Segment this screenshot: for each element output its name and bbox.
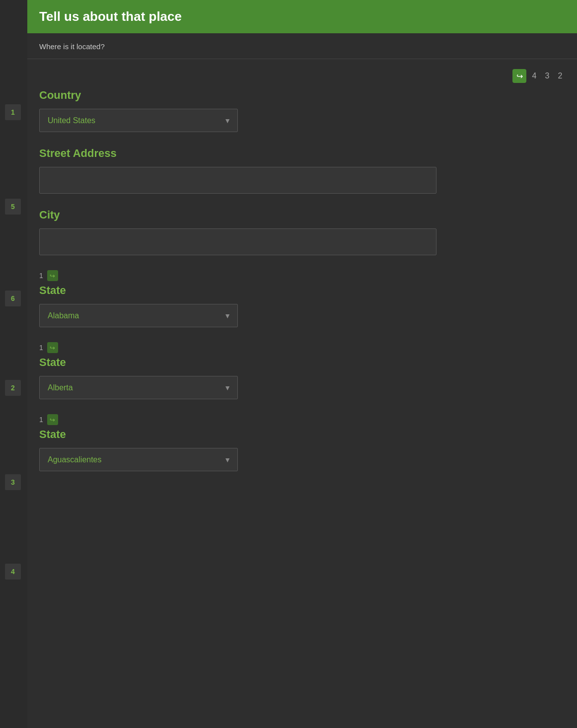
country-label: Country [39, 89, 565, 102]
state2-sub-icon: ↪ [47, 342, 58, 353]
sidebar-badge-1: 1 [5, 104, 21, 120]
state3-label: State [39, 428, 565, 441]
state1-field-section: 1 ↪ State Alabama Alaska Arizona ▼ [39, 270, 565, 327]
country-select[interactable]: United States Canada Mexico [39, 109, 238, 132]
street-address-label: Street Address [39, 147, 565, 160]
state2-sub-num: 1 [39, 344, 43, 352]
pagination-icon: ↪ [512, 69, 526, 83]
state1-select[interactable]: Alabama Alaska Arizona [39, 304, 238, 327]
country-field-section: Country United States Canada Mexico ▼ [39, 89, 565, 132]
state1-label: State [39, 284, 565, 297]
state2-badge-row: 1 ↪ [39, 342, 565, 353]
state2-select[interactable]: Alberta British Columbia Manitoba [39, 376, 238, 399]
country-select-wrapper: United States Canada Mexico ▼ [39, 109, 238, 132]
sidebar-badge-6: 6 [5, 291, 21, 306]
form-area: ↪ 4 3 2 Country United States Canada Mex… [27, 59, 577, 496]
page-num-2[interactable]: 2 [555, 72, 565, 80]
page-num-3[interactable]: 3 [542, 72, 552, 80]
subtitle-bar: Where is it located? [27, 33, 577, 59]
state1-sub-icon: ↪ [47, 270, 58, 281]
state1-badge-row: 1 ↪ [39, 270, 565, 281]
state2-label: State [39, 356, 565, 369]
state3-badge-row: 1 ↪ [39, 414, 565, 425]
pagination-row: ↪ 4 3 2 [39, 69, 565, 83]
state1-sub-num: 1 [39, 272, 43, 280]
state3-sub-num: 1 [39, 416, 43, 424]
state3-select-wrapper: Aguascalientes Baja California Chihuahua… [39, 448, 238, 471]
sidebar-badge-4: 4 [5, 564, 21, 580]
state3-sub-icon: ↪ [47, 414, 58, 425]
main-content: Tell us about that place Where is it loc… [27, 0, 577, 728]
subtitle-text: Where is it located? [39, 42, 565, 51]
street-address-input[interactable] [39, 167, 436, 194]
state3-field-section: 1 ↪ State Aguascalientes Baja California… [39, 414, 565, 471]
sidebar-badge-3: 3 [5, 474, 21, 490]
city-input[interactable] [39, 228, 436, 255]
city-field-section: City [39, 209, 565, 255]
street-address-field-section: Street Address [39, 147, 565, 194]
state2-field-section: 1 ↪ State Alberta British Columbia Manit… [39, 342, 565, 399]
sidebar: 1 5 6 2 3 4 [0, 0, 27, 728]
page-title: Tell us about that place [39, 9, 565, 24]
state1-select-wrapper: Alabama Alaska Arizona ▼ [39, 304, 238, 327]
city-label: City [39, 209, 565, 221]
header-bar: Tell us about that place [27, 0, 577, 33]
state2-select-wrapper: Alberta British Columbia Manitoba ▼ [39, 376, 238, 399]
sidebar-badge-5: 5 [5, 199, 21, 215]
state3-select[interactable]: Aguascalientes Baja California Chihuahua [39, 448, 238, 471]
sidebar-badge-2: 2 [5, 380, 21, 396]
page-num-4[interactable]: 4 [529, 72, 539, 80]
